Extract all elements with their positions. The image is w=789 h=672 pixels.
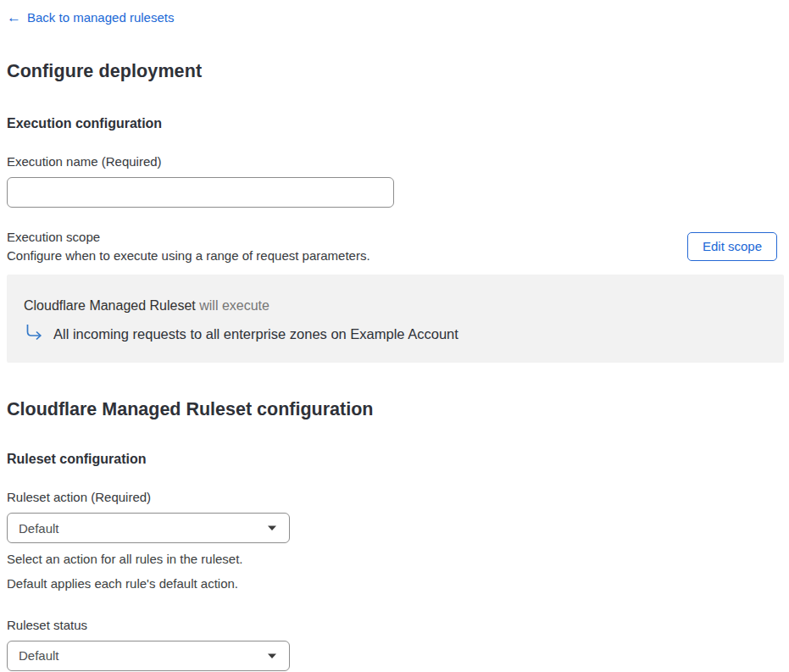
ruleset-action-help-line1: Select an action for all rules in the ru…: [7, 550, 777, 569]
page-title: Configure deployment: [7, 61, 777, 82]
summary-line-2: All incoming requests to all enterprise …: [25, 326, 767, 342]
back-link-label: Back to managed rulesets: [27, 10, 174, 25]
ruleset-configuration-subheading: Ruleset configuration: [7, 452, 777, 467]
ruleset-action-help-line2: Default applies each rule's default acti…: [7, 575, 777, 593]
execution-scope-text: Execution scope Configure when to execut…: [7, 230, 370, 263]
configure-deployment-page: ← Back to managed rulesets Configure dep…: [0, 0, 784, 672]
ruleset-configuration-heading: Cloudflare Managed Ruleset configuration: [7, 399, 777, 420]
execution-name-label: Execution name (Required): [7, 154, 777, 169]
summary-will-execute: will execute: [196, 298, 269, 313]
execution-configuration-heading: Execution configuration: [7, 116, 777, 131]
summary-scope-text: All incoming requests to all enterprise …: [53, 326, 458, 342]
summary-ruleset-name: Cloudflare Managed Ruleset: [24, 298, 196, 313]
caret-down-icon: [267, 525, 277, 531]
execution-scope-label: Execution scope: [7, 230, 370, 244]
back-arrow-icon: ←: [7, 10, 21, 25]
ruleset-action-selected-value: Default: [19, 521, 59, 536]
summary-line-1: Cloudflare Managed Ruleset will execute: [24, 298, 767, 314]
execution-name-input[interactable]: [7, 177, 394, 208]
arrow-turn-down-right-icon: [25, 325, 43, 342]
ruleset-action-help: Select an action for all rules in the ru…: [7, 550, 777, 593]
caret-down-icon: [267, 653, 277, 659]
ruleset-status-select[interactable]: Default: [7, 641, 290, 671]
execution-summary-panel: Cloudflare Managed Ruleset will execute …: [7, 275, 784, 363]
execution-scope-row: Execution scope Configure when to execut…: [7, 230, 777, 263]
ruleset-status-selected-value: Default: [19, 648, 59, 663]
ruleset-action-label: Ruleset action (Required): [7, 490, 777, 504]
back-to-managed-rulesets-link[interactable]: ← Back to managed rulesets: [7, 10, 174, 25]
edit-scope-button[interactable]: Edit scope: [687, 232, 777, 261]
ruleset-status-label: Ruleset status: [7, 618, 777, 632]
ruleset-action-select[interactable]: Default: [7, 513, 290, 543]
execution-scope-description: Configure when to execute using a range …: [7, 248, 370, 263]
